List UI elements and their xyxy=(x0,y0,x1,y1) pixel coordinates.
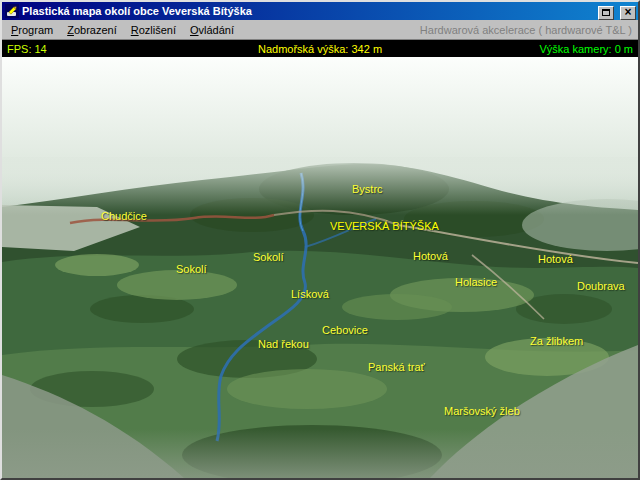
fps-readout: FPS: 14 xyxy=(7,43,216,55)
menu-item-zobrazeni[interactable]: Zobrazení xyxy=(60,21,124,39)
menu-item-program[interactable]: Program xyxy=(4,21,60,39)
terrain-render xyxy=(2,57,638,478)
window-title: Plastická mapa okolí obce Veverská Bítýš… xyxy=(22,2,596,20)
title-bar[interactable]: Plastická mapa okolí obce Veverská Bítýš… xyxy=(2,2,638,20)
window-controls: × xyxy=(596,2,636,20)
menu-item-ovladani[interactable]: Ovládání xyxy=(183,21,241,39)
close-button[interactable]: × xyxy=(620,6,636,20)
maximize-button[interactable] xyxy=(598,6,614,20)
hardware-acceleration-status: Hardwarová akcelerace ( hardwarové T&L ) xyxy=(420,24,636,36)
menu-item-rozliseni[interactable]: Rozlišení xyxy=(124,21,183,39)
status-bar: FPS: 14 Nadmořská výška: 342 m Výška kam… xyxy=(2,40,638,57)
camera-height-readout: Výška kamery: 0 m xyxy=(424,43,633,55)
app-icon xyxy=(5,4,19,18)
map-viewport[interactable]: BystrcChudčiceVEVERSKÁ BÍTÝŠKASokolíHoto… xyxy=(2,57,638,478)
app-window: Plastická mapa okolí obce Veverská Bítýš… xyxy=(0,0,640,480)
maximize-icon xyxy=(602,9,610,16)
altitude-readout: Nadmořská výška: 342 m xyxy=(216,43,425,55)
menu-bar: Program Zobrazení Rozlišení Ovládání Har… xyxy=(2,20,638,40)
close-icon: × xyxy=(624,6,631,18)
